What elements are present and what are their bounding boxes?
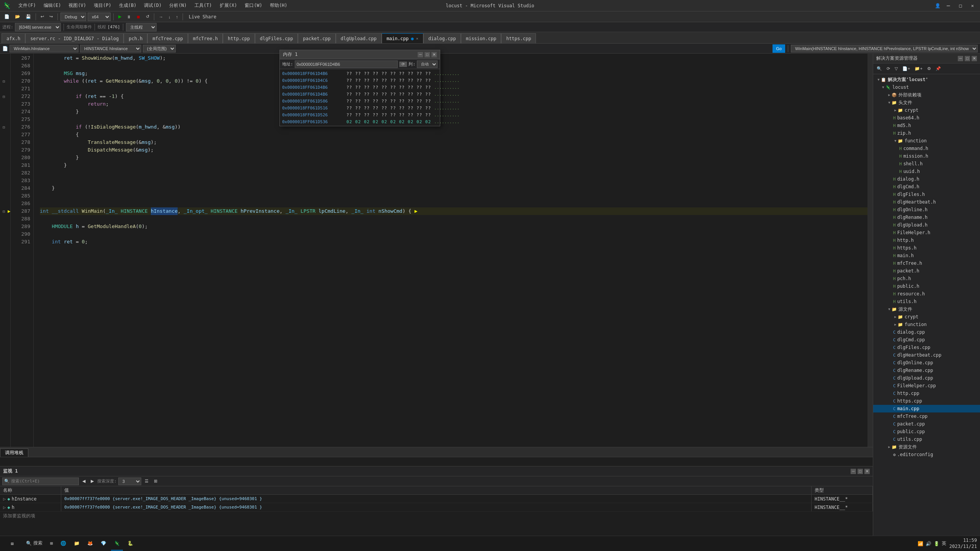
collapse-287[interactable]: ⊟ <box>3 209 5 214</box>
save-btn[interactable]: 💾 <box>24 13 33 21</box>
watch-grid-btn[interactable]: ⊞ <box>152 477 159 486</box>
sol-filter-btn[interactable]: ▽ <box>893 65 900 73</box>
sol-header-public[interactable]: H public.h <box>873 282 980 290</box>
arch-dropdown[interactable]: x64 <box>88 13 111 21</box>
nav-scope-dropdown[interactable]: HINSTANCE hInstance <box>80 45 141 52</box>
sol-header-command[interactable]: H command.h <box>873 145 980 152</box>
menu-view[interactable]: 视图(V) <box>65 2 89 10</box>
menu-help[interactable]: 帮助(H) <box>267 2 291 10</box>
sol-header-utils[interactable]: H utils.h <box>873 298 980 305</box>
sol-src-dlgrename[interactable]: C dlgRename.cpp <box>873 367 980 374</box>
sol-external-expand[interactable]: ▶ <box>887 93 892 97</box>
taskbar-vs[interactable]: 🦎 <box>111 537 123 551</box>
watch-add-row[interactable]: 添加要监视的项 <box>0 512 873 520</box>
sol-search-btn[interactable]: 🔍 <box>875 65 884 73</box>
sol-header-packet[interactable]: H packet.h <box>873 267 980 275</box>
sol-function-expand[interactable]: ▼ <box>893 139 898 143</box>
sol-src-crypt-expand[interactable]: ▶ <box>893 315 898 319</box>
collapse-270[interactable]: ⊟ <box>3 79 5 83</box>
tab-dlgupload[interactable]: dlgUpload.cpp <box>336 33 382 43</box>
tab-mission-cpp[interactable]: mission.cpp <box>461 33 501 43</box>
sol-new-folder-btn[interactable]: 📁+ <box>913 65 924 73</box>
memory-addr-input[interactable] <box>295 60 398 68</box>
sol-root-expand[interactable]: ▼ <box>876 77 881 82</box>
sol-headers[interactable]: ▼ 📁 头文件 <box>873 99 980 106</box>
menu-window[interactable]: 窗口(W) <box>242 2 265 10</box>
call-stack-tab[interactable]: 调用堆栈 <box>0 448 28 457</box>
menu-debug[interactable]: 调试(D) <box>141 2 165 10</box>
sol-src-http[interactable]: C http.cpp <box>873 390 980 397</box>
restart-btn[interactable]: ↺ <box>144 13 151 21</box>
sol-root[interactable]: ▼ 📋 解决方案'locust' <box>873 76 980 83</box>
sol-new-file-btn[interactable]: 📄+ <box>900 65 912 73</box>
tab-dialog-cpp[interactable]: dialog.cpp <box>423 33 461 43</box>
mem-min-btn[interactable]: ─ <box>418 52 423 57</box>
sol-src-dlgcmd[interactable]: C dlgCmd.cpp <box>873 336 980 344</box>
menu-extensions[interactable]: 扩展(X) <box>217 2 240 10</box>
watch-close-btn[interactable]: ✕ <box>864 469 870 474</box>
sol-src-dlgheartbeat[interactable]: C dlgHeartbeat.cpp <box>873 351 980 359</box>
sol-resources[interactable]: ▶ 📁 资源文件 <box>873 443 980 451</box>
sol-project-expand[interactable]: ▼ <box>881 85 885 90</box>
memory-refresh-btn[interactable]: ⟳ <box>399 62 407 67</box>
watch-cell-hinstance-name[interactable]: ▷ ◆ hInstance <box>0 495 61 503</box>
watch-forward-btn[interactable]: ▶ <box>89 477 96 486</box>
sol-header-dlgonline[interactable]: H dlgOnline.h <box>873 206 980 214</box>
pause-btn[interactable]: ⏸ <box>125 13 133 21</box>
sol-src-dlgonline[interactable]: C dlgOnline.cpp <box>873 359 980 367</box>
clock[interactable]: 11:59 2023/11/21 <box>949 538 977 549</box>
process-dropdown[interactable]: [6348] server.exe <box>15 23 61 31</box>
sol-header-resource[interactable]: H resource.h <box>873 290 980 298</box>
open-btn[interactable]: 📂 <box>13 13 22 21</box>
menu-edit[interactable]: 编辑(E) <box>41 2 64 10</box>
sol-src-packet[interactable]: C packet.cpp <box>873 420 980 428</box>
sol-header-pch[interactable]: H pch.h <box>873 275 980 282</box>
sol-header-dlgupload[interactable]: H dlgUpload.h <box>873 221 980 229</box>
new-btn[interactable]: 📄 <box>2 13 11 21</box>
tab-afx[interactable]: afx.h <box>2 33 25 43</box>
sol-sync-btn[interactable]: ⟳ <box>885 65 892 73</box>
battery-icon[interactable]: 🔋 <box>934 541 939 546</box>
sol-src-dialog[interactable]: C dialog.cpp <box>873 328 980 336</box>
thread-dropdown[interactable]: 主线程 <box>126 23 157 31</box>
watch-list-btn[interactable]: ☰ <box>143 477 150 486</box>
sol-header-https[interactable]: H https.h <box>873 244 980 252</box>
sol-sources-expand[interactable]: ▼ <box>887 307 892 311</box>
taskbar-task-view[interactable]: ⊞ <box>47 537 56 551</box>
config-dropdown[interactable]: Debug <box>60 13 86 21</box>
sol-header-filehelper[interactable]: H FileHelper.h <box>873 229 980 236</box>
sol-header-dialog[interactable]: H dialog.h <box>873 175 980 183</box>
nav-scope-all-dropdown[interactable]: (全局范围) <box>143 45 176 52</box>
sol-crypt-expand[interactable]: ▶ <box>893 108 898 112</box>
watch-cell-h-name[interactable]: ▷ ◆ h <box>0 503 61 511</box>
mem-max-btn[interactable]: □ <box>425 52 430 57</box>
taskbar-python[interactable]: 🐍 <box>124 537 136 551</box>
tab-mfctree-h[interactable]: mfcTree.h <box>188 33 223 43</box>
sol-project[interactable]: ▼ 🦎 locust <box>873 83 980 91</box>
tab-main-cpp-close[interactable]: ✕ <box>416 36 418 41</box>
nav-go-btn[interactable]: Go <box>773 44 785 53</box>
sol-src-dlgfiles[interactable]: C dlgFiles.cpp <box>873 344 980 351</box>
sol-src-https[interactable]: C https.cpp <box>873 397 980 405</box>
sol-header-shell[interactable]: H shell.h <box>873 160 980 168</box>
sol-src-dlgupload[interactable]: C dlgUpload.cpp <box>873 374 980 382</box>
sol-header-mission[interactable]: H mission.h <box>873 152 980 160</box>
sol-float-btn[interactable]: □ <box>965 56 970 61</box>
right-scrollbar[interactable] <box>867 54 873 447</box>
sol-header-http[interactable]: H http.h <box>873 236 980 244</box>
step-out-btn[interactable]: ↑ <box>174 13 180 21</box>
menu-project[interactable]: 项目(P) <box>91 2 114 10</box>
sol-src-mfctree[interactable]: C mfcTree.cpp <box>873 412 980 420</box>
sol-src-utils[interactable]: C utils.cpp <box>873 435 980 443</box>
taskbar-gem[interactable]: 💎 <box>98 537 109 551</box>
watch-minimize-btn[interactable]: ─ <box>851 469 856 474</box>
sol-close-btn[interactable]: ✕ <box>972 56 977 61</box>
tab-http[interactable]: http.cpp <box>223 33 255 43</box>
watch-depth-dropdown[interactable]: 3 <box>118 478 141 485</box>
network-icon[interactable]: 📶 <box>918 541 923 546</box>
watch-float-btn[interactable]: □ <box>858 469 863 474</box>
sol-min-btn[interactable]: ─ <box>958 56 963 61</box>
sol-pin-btn[interactable]: 📌 <box>934 65 943 73</box>
sol-src-crypt[interactable]: ▶ 📁 crypt <box>873 313 980 321</box>
taskbar-edge[interactable]: 🌐 <box>57 537 69 551</box>
